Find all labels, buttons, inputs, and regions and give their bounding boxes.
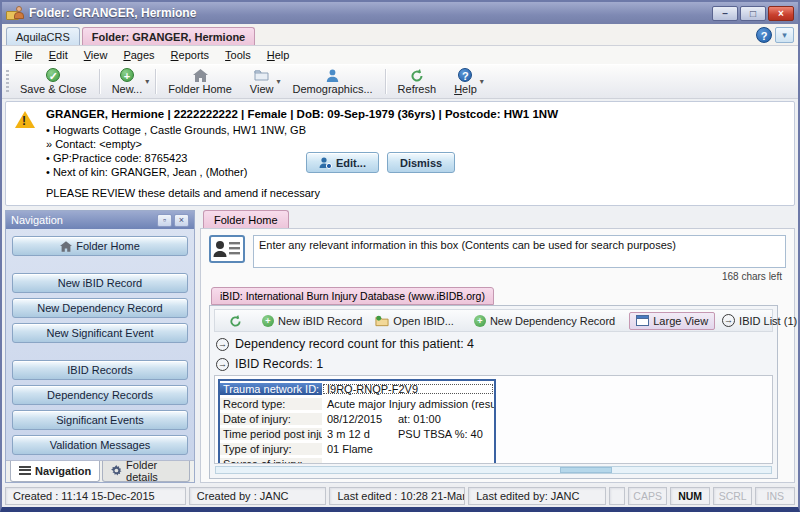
edit-button[interactable]: Edit...	[306, 152, 379, 173]
new-ibid-record-button[interactable]: + New iBID Record	[256, 313, 368, 329]
list-icon	[19, 466, 31, 475]
sidebar-item-dependency-records[interactable]: Dependency Records	[12, 385, 188, 405]
sidebar-item-ibid-records[interactable]: IBID Records	[12, 360, 188, 380]
status-created: Created : 11:14 15-Dec-2015	[5, 487, 186, 505]
panel-tabs: Navigation Folder details	[6, 460, 194, 482]
close-button[interactable]: ×	[768, 6, 794, 21]
record-row-type-of-injury: Type of injury: 01 Flame	[220, 441, 494, 456]
plus-icon: +	[120, 68, 134, 82]
status-last-edited-by: Last edited by: JANC	[468, 487, 606, 505]
open-folder-icon	[375, 315, 389, 327]
home-icon	[193, 68, 208, 82]
status-bar: Created : 11:14 15-Dec-2015 Created by :…	[2, 485, 798, 507]
menu-bar: File Edit View Pages Reports Tools Help	[2, 46, 798, 64]
sidebar-item-new-ibid-record[interactable]: New iBID Record	[12, 273, 188, 293]
num-lock-indicator: NUM	[670, 487, 710, 505]
panel-horizontal-scrollbar[interactable]	[215, 466, 772, 474]
menu-pages[interactable]: Pages	[116, 48, 161, 62]
main-toolbar: ✓ Save & Close + New... ▾ Folder Home Vi…	[2, 64, 798, 99]
chevron-down-icon[interactable]: ▾	[775, 27, 794, 43]
notes-input[interactable]: Enter any relevant information in this b…	[253, 235, 786, 268]
warning-icon	[15, 111, 35, 128]
plus-icon: +	[262, 315, 274, 327]
dependency-count-line: → Dependency record count for this patie…	[214, 332, 773, 352]
arrow-right-icon: →	[722, 314, 735, 327]
toolbar-grip[interactable]	[6, 70, 9, 93]
patient-banner: GRANGER, Hermione | 2222222222 | Female …	[5, 101, 795, 206]
record-row-date-of-injury: Date of injury: 08/12/2015at: 01:00	[220, 411, 494, 426]
minimize-button[interactable]: –	[712, 6, 738, 21]
pin-icon[interactable]: ▫	[157, 214, 172, 227]
ibid-panel: + New iBID Record Open IBID... + New Dep…	[209, 305, 778, 479]
tab-aquilacrs[interactable]: AquilaCRS	[6, 27, 80, 45]
open-ibid-button[interactable]: Open IBID...	[369, 313, 460, 329]
app-window: Folder: GRANGER, Hermione – □ × AquilaCR…	[0, 0, 800, 512]
insert-indicator: INS	[755, 487, 795, 505]
folder-home-button[interactable]: Folder Home	[159, 66, 241, 97]
new-button[interactable]: + New...	[103, 66, 152, 97]
record-row-source-of-injury: Source of injury:	[220, 456, 494, 464]
dismiss-button[interactable]: Dismiss	[387, 152, 455, 173]
maximize-button[interactable]: □	[740, 6, 766, 21]
refresh-button[interactable]: Refresh	[389, 66, 446, 97]
arrow-right-icon: →	[216, 338, 229, 351]
new-dropdown-icon[interactable]: ▾	[145, 66, 152, 97]
ibid-records-heading: → IBID Records: 1	[214, 352, 773, 372]
new-dependency-record-button[interactable]: + New Dependency Record	[468, 313, 621, 329]
navigation-title: Navigation	[11, 214, 63, 226]
menu-file[interactable]: File	[8, 48, 40, 62]
plus-icon: +	[474, 315, 486, 327]
sidebar-item-new-significant-event[interactable]: New Significant Event	[12, 323, 188, 343]
check-icon: ✓	[46, 68, 60, 82]
folder-home-panel: Enter any relevant information in this b…	[200, 228, 795, 483]
sidebar-item-new-dependency-record[interactable]: New Dependency Record	[12, 298, 188, 318]
record-row-time-period: Time period post injury: 3 m 12 dPSU TBS…	[220, 426, 494, 441]
menu-edit[interactable]: Edit	[42, 48, 75, 62]
tab-folder-home[interactable]: Folder Home	[203, 210, 289, 228]
sidebar-item-validation-messages[interactable]: Validation Messages	[12, 435, 188, 455]
help-icon[interactable]: ?	[756, 27, 772, 43]
status-last-edited: Last edited : 10:28 21-Mar-2016	[329, 487, 465, 505]
window-title: Folder: GRANGER, Hermione	[29, 6, 196, 20]
menu-reports[interactable]: Reports	[164, 48, 217, 62]
gear-icon	[111, 464, 122, 477]
ibid-list-button[interactable]: → IBID List (1)	[716, 312, 800, 329]
scrollbar-thumb[interactable]	[560, 467, 612, 473]
scroll-lock-indicator: SCRL	[713, 487, 753, 505]
question-icon: ?	[458, 68, 472, 82]
help-dropdown-icon[interactable]: ▾	[480, 66, 487, 97]
records-panel: Trauma network ID: I9RQ-RNQP-F2V9 Record…	[214, 375, 773, 464]
app-icon	[6, 6, 24, 21]
navigation-panel: Navigation ▫ × Folder Home New iBID Reco…	[5, 210, 195, 483]
refresh-icon	[410, 68, 424, 82]
status-spacer	[609, 487, 625, 505]
sidebar-item-folder-home[interactable]: Folder Home	[12, 236, 188, 256]
tab-folder-details[interactable]: Folder details	[102, 461, 190, 482]
ibid-toolbar: + New iBID Record Open IBID... + New Dep…	[214, 309, 773, 332]
demographics-button[interactable]: Demographics...	[284, 66, 382, 97]
patient-header: GRANGER, Hermione | 2222222222 | Female …	[46, 107, 786, 121]
view-dropdown-icon[interactable]: ▾	[276, 66, 283, 97]
window-icon	[636, 315, 649, 326]
save-close-button[interactable]: ✓ Save & Close	[11, 66, 96, 97]
ibid-record-card[interactable]: Trauma network ID: I9RQ-RNQP-F2V9 Record…	[218, 379, 496, 464]
tab-folder[interactable]: Folder: GRANGER, Hermione	[82, 27, 255, 45]
large-view-button[interactable]: Large View	[629, 312, 715, 330]
menu-view[interactable]: View	[77, 48, 115, 62]
record-row-trauma-id: Trauma network ID: I9RQ-RNQP-F2V9	[220, 381, 494, 396]
sidebar-item-significant-events[interactable]: Significant Events	[12, 410, 188, 430]
ibid-refresh-button[interactable]	[223, 313, 248, 329]
menu-tools[interactable]: Tools	[218, 48, 258, 62]
arrow-right-icon: →	[216, 358, 229, 371]
contact-card-icon	[209, 235, 245, 263]
title-bar: Folder: GRANGER, Hermione – □ ×	[2, 2, 798, 24]
tab-navigation[interactable]: Navigation	[10, 461, 100, 482]
record-row-record-type: Record type: Acute major Injury admissio…	[220, 396, 494, 411]
caps-lock-indicator: CAPS	[628, 487, 668, 505]
menu-help[interactable]: Help	[260, 48, 297, 62]
patient-address: • Hogwarts Cottage , Castle Grounds, HW1…	[46, 123, 786, 137]
app-tab-strip: AquilaCRS Folder: GRANGER, Hermione ? ▾	[2, 24, 798, 46]
close-panel-icon[interactable]: ×	[174, 214, 189, 227]
folder-icon	[254, 68, 269, 82]
ibid-section-label: iBID: International Burn Injury Database…	[211, 287, 494, 305]
